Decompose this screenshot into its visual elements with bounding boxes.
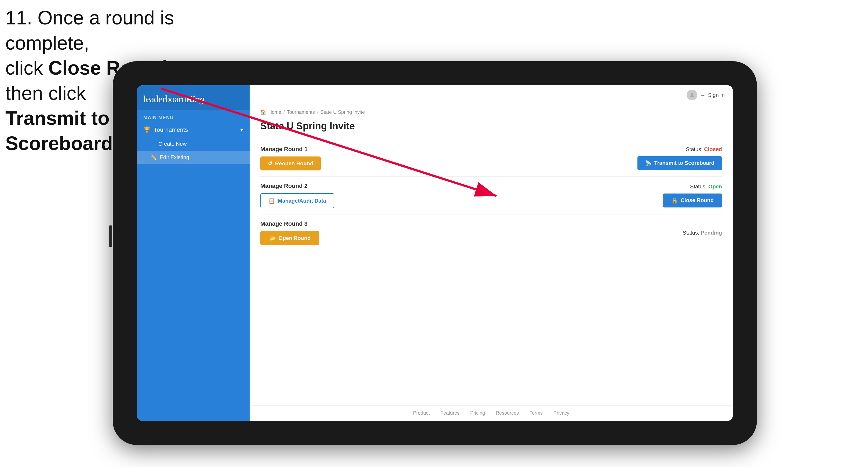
round-3-status: Status: Pending (683, 230, 722, 236)
round-3-status-value: Pending (701, 230, 722, 236)
main-content: → Sign In 🏠 Home / Tournaments / State U… (250, 85, 733, 421)
reopen-icon: ↺ (268, 160, 272, 167)
svg-point-2 (691, 93, 693, 95)
logo: leaderboardKing (143, 93, 243, 105)
avatar-icon (687, 90, 697, 100)
reopen-round-button[interactable]: ↺ Reopen Round (260, 156, 321, 170)
chevron-down-icon: ▾ (240, 126, 243, 133)
sidebar-item-edit-existing[interactable]: ✏️ Edit Existing (137, 151, 250, 164)
sidebar-tournaments-label: Tournaments (154, 126, 188, 133)
plus-icon: ＋ (150, 141, 156, 148)
round-3-right: Status: Pending (683, 230, 722, 236)
round-1-left: Manage Round 1 ↺ Reopen Round (260, 146, 321, 170)
round-1-section: Manage Round 1 ↺ Reopen Round Status: Cl… (260, 140, 722, 177)
sidebar-logo: leaderboardKing (137, 85, 250, 110)
sidebar: leaderboardKing MAIN MENU 🏆 Tournaments … (137, 85, 250, 421)
breadcrumb-home[interactable]: Home (269, 110, 281, 115)
round-3-left: Manage Round 3 📂 Open Round (260, 220, 319, 245)
status-prefix-2: Status: (690, 184, 708, 189)
trophy-icon: 🏆 (143, 126, 151, 133)
transmit-icon: 📡 (645, 160, 652, 166)
tablet-side-button (109, 225, 112, 247)
round-2-label: Manage Round 2 (260, 183, 334, 189)
app-layout: leaderboardKing MAIN MENU 🏆 Tournaments … (137, 85, 733, 421)
round-2-section: Manage Round 2 📋 Manage/Audit Data Statu… (260, 177, 722, 214)
round-1-status-value: Closed (704, 146, 722, 152)
open-icon: 📂 (269, 235, 276, 241)
main-menu-label: MAIN MENU (137, 110, 250, 123)
create-new-label: Create New (158, 141, 187, 147)
sidebar-item-tournaments-inner: 🏆 Tournaments (143, 126, 188, 133)
breadcrumb: 🏠 Home / Tournaments / State U Spring In… (250, 105, 733, 115)
logo-text-regular: leaderboard (143, 94, 186, 104)
top-nav: → Sign In (250, 85, 733, 105)
sign-in-label: Sign In (708, 92, 725, 98)
close-round-button[interactable]: 🔒 Close Round (663, 193, 722, 208)
tablet-frame: leaderboardKing MAIN MENU 🏆 Tournaments … (113, 61, 757, 445)
sidebar-item-tournaments[interactable]: 🏆 Tournaments ▾ (137, 123, 250, 137)
open-round-button[interactable]: 📂 Open Round (260, 231, 319, 245)
footer-product[interactable]: Product (413, 410, 430, 416)
sidebar-item-create-new[interactable]: ＋ Create New (137, 137, 250, 151)
breadcrumb-tournaments[interactable]: Tournaments (287, 110, 315, 115)
round-1-right: Status: Closed 📡 Transmit to Scoreboard (638, 146, 722, 170)
footer-terms[interactable]: Terms (530, 410, 543, 416)
footer-privacy[interactable]: Privacy (553, 410, 569, 416)
instruction-bold2: Transmit to Scoreboard. (5, 107, 118, 154)
edit-existing-label: Edit Existing (160, 154, 189, 160)
page-title: State U Spring Invite (260, 121, 722, 132)
home-icon: 🏠 (260, 109, 266, 115)
open-round-label: Open Round (279, 235, 311, 241)
round-2-left: Manage Round 2 📋 Manage/Audit Data (260, 183, 334, 208)
manage-audit-button[interactable]: 📋 Manage/Audit Data (260, 193, 334, 208)
breadcrumb-current: State U Spring Invite (320, 110, 365, 115)
reopen-round-label: Reopen Round (275, 160, 313, 167)
page-content: State U Spring Invite Manage Round 1 ↺ R… (250, 115, 733, 405)
round-1-label: Manage Round 1 (260, 146, 321, 153)
status-prefix-1: Status: (686, 146, 704, 152)
footer-resources[interactable]: Resources (496, 410, 519, 416)
status-prefix-3: Status: (683, 230, 701, 236)
round-2-status-value: Open (708, 184, 722, 189)
sign-in-arrow-icon: → (700, 92, 705, 98)
footer-pricing[interactable]: Pricing (470, 410, 485, 416)
audit-icon: 📋 (269, 197, 275, 204)
transmit-label: Transmit to Scoreboard (654, 160, 715, 166)
round-1-status: Status: Closed (686, 146, 722, 152)
footer: Product Features Pricing Resources Terms… (250, 405, 733, 421)
close-round-label: Close Round (681, 197, 714, 204)
round-3-section: Manage Round 3 📂 Open Round Status: Pend… (260, 214, 722, 251)
sign-in-area[interactable]: → Sign In (687, 90, 725, 100)
transmit-to-scoreboard-button[interactable]: 📡 Transmit to Scoreboard (638, 156, 722, 170)
round-2-status: Status: Open (690, 184, 722, 190)
tablet-screen: leaderboardKing MAIN MENU 🏆 Tournaments … (137, 85, 733, 421)
logo-text-bold: King (186, 94, 204, 104)
manage-audit-label: Manage/Audit Data (278, 198, 326, 204)
round-3-label: Manage Round 3 (260, 220, 319, 227)
breadcrumb-sep1: / (283, 110, 285, 115)
edit-icon: ✏️ (150, 154, 157, 160)
close-icon: 🔒 (671, 197, 678, 204)
round-2-right: Status: Open 🔒 Close Round (663, 184, 722, 208)
breadcrumb-sep2: / (317, 110, 318, 115)
footer-features[interactable]: Features (440, 410, 460, 416)
